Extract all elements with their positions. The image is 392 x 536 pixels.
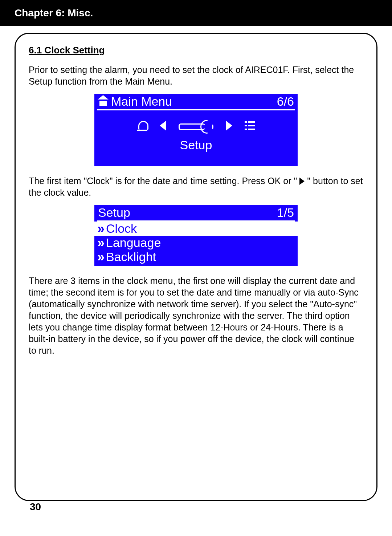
screen-titlebar: Main Menu 6/6 [94,94,298,109]
device-screen-main-menu: Main Menu 6/6 Setup [94,94,298,166]
menu-item-clock[interactable]: » Clock [94,222,298,236]
paragraph-1: Prior to setting the alarm, you need to … [29,64,363,87]
right-arrow-inline-icon [299,178,305,185]
screen-title: Main Menu [111,94,172,109]
menu-icon-row [94,120,298,131]
screen-position: 1/5 [277,206,294,220]
device-screen-setup: Setup 1/5 » Clock » Language » Backlight [94,205,298,266]
paragraph-2: The first item "Clock" is for the date a… [29,175,363,198]
alarm-icon [137,120,147,131]
paragraph-2-pre: The first item "Clock" is for the date a… [29,176,299,186]
menu-item-backlight[interactable]: » Backlight [94,250,298,264]
setup-wrench-icon [179,120,213,131]
left-arrow-icon [160,121,166,131]
divider [97,109,295,110]
menu-item-label: Language [106,236,161,250]
chevron-right-icon: » [97,236,102,249]
section-heading: 6.1 Clock Setting [29,45,363,56]
screen-position: 6/6 [277,94,294,109]
screen-titlebar: Setup 1/5 [94,205,298,220]
chevron-right-icon: » [97,251,102,264]
menu-item-label: Clock [106,222,137,236]
list-icon [245,121,255,130]
menu-item-language[interactable]: » Language [94,236,298,250]
content-panel: 6.1 Clock Setting Prior to setting the a… [15,33,377,501]
screen-title: Setup [98,206,130,220]
right-arrow-icon [226,121,232,131]
paragraph-3: There are 3 items in the clock menu, the… [29,275,363,356]
menu-item-label: Backlight [106,250,156,264]
page-body: 6.1 Clock Setting Prior to setting the a… [0,26,392,516]
chapter-title: Chapter 6: Misc. [15,7,93,19]
home-icon [98,97,108,106]
chevron-right-icon: » [97,222,102,235]
page-header: Chapter 6: Misc. [0,0,392,26]
page-number: 30 [15,501,377,513]
selected-menu-label: Setup [94,138,298,152]
